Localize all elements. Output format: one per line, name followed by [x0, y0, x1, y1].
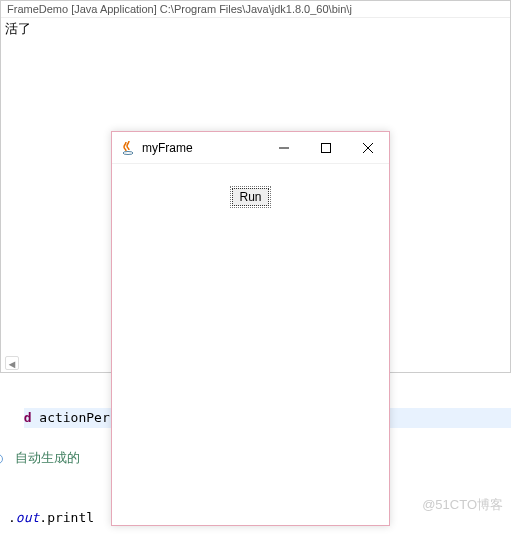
- console-output: 活了: [1, 18, 510, 40]
- run-button[interactable]: Run: [232, 188, 268, 206]
- java-frame-window: myFrame Run: [111, 131, 390, 526]
- watermark: @51CTO博客: [422, 496, 503, 514]
- svg-rect-2: [322, 143, 331, 152]
- scroll-left-button[interactable]: ◄: [5, 356, 19, 370]
- close-icon: [363, 143, 373, 153]
- console-header: FrameDemo [Java Application] C:\Program …: [1, 1, 510, 18]
- titlebar[interactable]: myFrame: [112, 132, 389, 164]
- code-text: .: [8, 510, 16, 525]
- code-text: .printl: [39, 510, 94, 525]
- maximize-button[interactable]: [305, 132, 347, 164]
- window-title: myFrame: [142, 141, 193, 155]
- code-comment: 自动生成的: [7, 450, 80, 465]
- code-field: out: [16, 510, 39, 525]
- minimize-icon: [279, 143, 289, 153]
- java-icon: [120, 140, 136, 156]
- code-text: actionPer: [31, 410, 109, 425]
- close-button[interactable]: [347, 132, 389, 164]
- svg-point-0: [123, 151, 133, 154]
- gutter-todo-icon: [0, 454, 3, 464]
- minimize-button[interactable]: [263, 132, 305, 164]
- maximize-icon: [321, 143, 331, 153]
- frame-content: Run: [112, 164, 389, 206]
